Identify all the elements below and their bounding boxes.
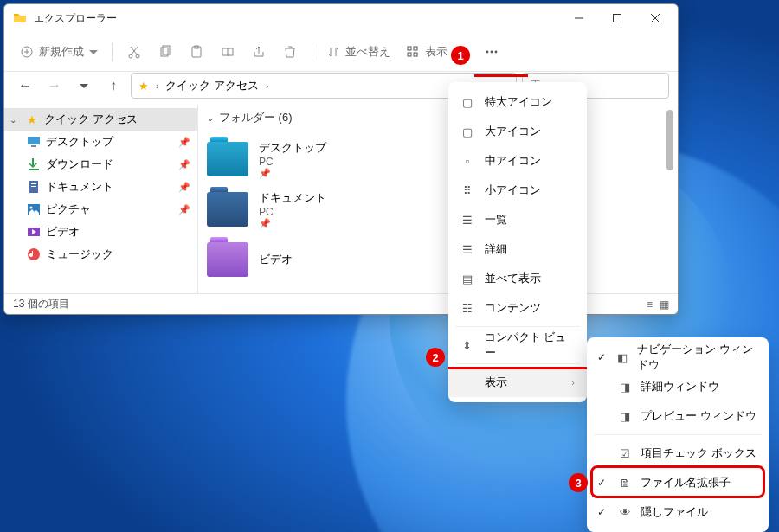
svg-rect-11 [408,53,411,56]
menu-list[interactable]: ☰一覧 [448,205,587,234]
rename-button[interactable] [213,37,242,67]
details-icon: ☰ [460,242,474,256]
close-button[interactable] [636,4,674,32]
submenu-preview-pane[interactable]: ◨プレビュー ウィンドウ [587,401,769,431]
submenu-nav-pane[interactable]: ✓◧ナビゲーション ウィンドウ [587,343,769,372]
highlight-line [448,367,587,369]
pane-icon: ◨ [618,380,632,394]
sidebar-label: ビデオ [46,224,80,240]
paste-button[interactable] [182,37,211,67]
submenu-hidden-files[interactable]: ✓👁隠しファイル [587,497,769,527]
icons-view-icon[interactable]: ▦ [660,298,669,311]
chevron-down-icon: ⌄ [207,113,214,123]
folder-icon [207,242,248,277]
menu-details[interactable]: ☰詳細 [448,234,587,264]
pictures-icon [27,202,41,216]
sidebar-item-videos[interactable]: ビデオ [4,221,197,243]
pin-icon: 📌 [178,159,190,170]
folder-icon [207,142,248,176]
checkbox-icon: ☑ [618,446,632,460]
back-button[interactable]: ← [13,74,37,98]
content-area: ⌄ フォルダー (6) デスクトップ PC 📌 ドキュメント PC [198,105,678,293]
sidebar-label: デスクトップ [46,134,113,150]
folder-item[interactable]: ビデオ [207,234,669,285]
svg-rect-0 [614,15,621,22]
sort-button[interactable]: 並べ替え [319,37,397,67]
group-header[interactable]: ⌄ フォルダー (6) [207,110,669,125]
menu-content[interactable]: ☷コンテンツ [448,293,587,323]
recent-button[interactable] [72,74,96,98]
menu-separator [594,434,762,435]
separator [112,42,113,61]
minimize-button[interactable] [560,4,598,32]
menu-small-icons[interactable]: ⠿小アイコン [448,176,587,205]
menu-tiles[interactable]: ▤並べて表示 [448,264,587,293]
titlebar: エクスプローラー [4,4,678,32]
scrollbar[interactable] [664,110,676,292]
pin-icon: 📌 [178,182,190,193]
video-icon [27,225,41,239]
grid-icon: ⠿ [460,183,474,197]
svg-rect-17 [31,145,36,147]
tiles-icon: ▤ [460,272,474,285]
menu-extra-large-icons[interactable]: ▢特大アイコン [448,87,587,117]
svg-point-13 [486,50,489,53]
music-icon [27,247,41,261]
more-button[interactable] [477,37,506,67]
sidebar-item-documents[interactable]: ドキュメント 📌 [4,176,197,198]
svg-rect-20 [31,183,36,184]
folder-sub: PC [259,206,326,218]
sidebar-item-pictures[interactable]: ピクチャ 📌 [4,198,197,221]
list-icon: ☰ [460,213,474,227]
details-view-icon[interactable]: ≡ [647,298,653,311]
pane-icon: ◧ [616,350,628,364]
up-button[interactable]: ↑ [101,74,126,98]
folder-item[interactable]: デスクトップ PC 📌 [207,134,669,184]
sidebar-item-desktop[interactable]: デスクトップ 📌 [4,131,197,153]
new-button-label: 新規作成 [39,44,84,60]
submenu-file-extensions[interactable]: ✓🗎ファイル名拡張子 [587,468,769,497]
item-count: 13 個の項目 [13,297,69,311]
sort-label: 並べ替え [345,44,390,60]
star-icon: ★ [138,80,149,93]
new-button[interactable]: 新規作成 [13,37,105,67]
address-root: クイック アクセス [165,78,259,93]
sidebar-item-downloads[interactable]: ダウンロード 📌 [4,153,197,176]
check-icon: ✓ [597,506,609,518]
chevron-icon: › [156,81,158,91]
star-icon: ★ [25,112,39,126]
pin-icon: 📌 [178,137,190,148]
sidebar-item-music[interactable]: ミュージック [4,243,197,266]
menu-medium-icons[interactable]: ▫中アイコン [448,146,587,176]
pin-icon: 📌 [259,168,326,179]
highlight-line [474,74,528,77]
submenu-details-pane[interactable]: ◨詳細ウィンドウ [587,372,769,401]
copy-button[interactable] [151,37,180,67]
menu-separator [455,363,580,364]
maximize-button[interactable] [598,4,636,32]
view-label: 表示 [425,44,447,60]
chevron-right-icon: › [571,377,575,388]
cut-button[interactable] [119,37,149,67]
sidebar: ⌄ ★ クイック アクセス デスクトップ 📌 ダウンロード 📌 ドキュメント 📌 [4,105,198,293]
svg-rect-12 [414,53,417,56]
content-icon: ☷ [460,301,474,315]
svg-point-25 [28,248,40,260]
chevron-icon: › [266,81,268,91]
show-submenu: ✓◧ナビゲーション ウィンドウ ◨詳細ウィンドウ ◨プレビュー ウィンドウ ☑項… [587,337,769,532]
menu-compact-view[interactable]: ⇕コンパクト ビュー [448,330,587,360]
menu-large-icons[interactable]: ▢大アイコン [448,117,587,146]
toolbar: 新規作成 並べ替え 表示 [4,32,678,72]
share-button[interactable] [244,37,274,67]
sidebar-quickaccess[interactable]: ⌄ ★ クイック アクセス [4,108,197,131]
submenu-item-checkboxes[interactable]: ☑項目チェック ボックス [587,439,769,468]
menu-show-submenu[interactable]: 表示› [448,368,587,397]
forward-button[interactable]: → [42,74,67,98]
delete-button[interactable] [275,37,305,67]
folder-item[interactable]: ドキュメント PC 📌 [207,184,669,234]
download-icon [27,157,41,171]
file-icon: 🗎 [618,476,632,490]
pin-icon: 📌 [178,204,190,215]
folder-name: デスクトップ [259,140,326,156]
svg-rect-21 [31,186,36,187]
